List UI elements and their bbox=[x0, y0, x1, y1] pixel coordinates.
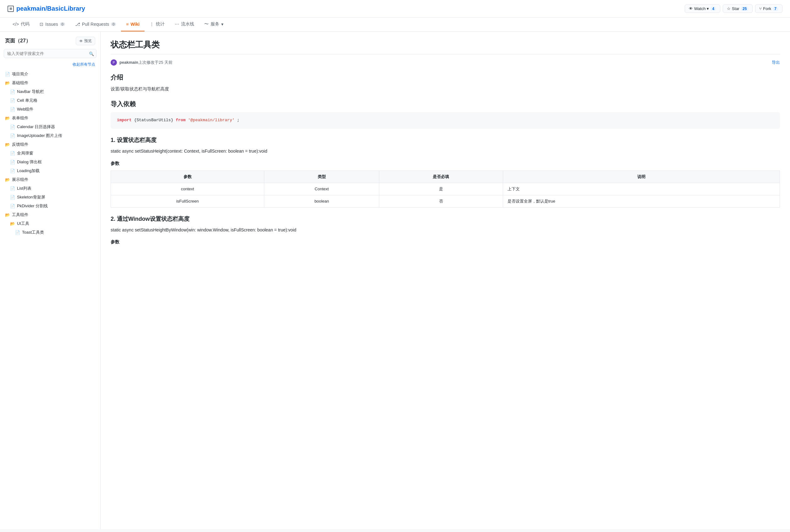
col-header-required: 是否必填 bbox=[379, 171, 503, 183]
author-name: peakmain上次修改于25 天前 bbox=[120, 60, 172, 65]
sidebar-item-loading[interactable]: 📄 Loading加载 bbox=[2, 167, 98, 175]
sidebar-item-list[interactable]: 📄 List列表 bbox=[2, 184, 98, 193]
wiki-icon: ≡ bbox=[126, 22, 129, 27]
cell-desc: 上下文 bbox=[503, 183, 779, 195]
import-code-block: import {StatusBarUtils} from '@peakmain/… bbox=[111, 112, 780, 129]
search-icon: 🔍 bbox=[89, 51, 94, 56]
pipeline-icon: ⋯ bbox=[175, 22, 179, 27]
sidebar-item-basic-components[interactable]: 📂 基础组件 bbox=[2, 78, 98, 87]
sidebar-item-display-components[interactable]: 📂 展示组件 bbox=[2, 175, 98, 184]
file-icon: 📄 bbox=[10, 107, 15, 112]
sidebar-item-form-components[interactable]: 📂 表单组件 bbox=[2, 114, 98, 122]
tab-pullrequests[interactable]: ⎇ Pull Requests 0 bbox=[70, 18, 121, 32]
file-icon: 📄 bbox=[10, 98, 15, 103]
tab-issues[interactable]: ⊡ Issues 0 bbox=[35, 18, 70, 32]
sidebar-item-navbar[interactable]: 📄 NavBar 导航栏 bbox=[2, 87, 98, 96]
tab-service[interactable]: 〜 服务 ▾ bbox=[199, 18, 228, 32]
sidebar-item-cell[interactable]: 📄 Cell 单元格 bbox=[2, 96, 98, 105]
issues-badge: 0 bbox=[60, 22, 65, 26]
star-count: 25 bbox=[741, 6, 749, 11]
sidebar-item-pkdivider[interactable]: 📄 PkDivider 分割线 bbox=[2, 202, 98, 210]
col-header-param: 参数 bbox=[111, 171, 264, 183]
watch-count: 4 bbox=[710, 6, 716, 11]
folder-icon: 📂 bbox=[5, 177, 10, 182]
star-button[interactable]: ☆ Star 25 bbox=[723, 4, 753, 13]
file-icon: 📄 bbox=[5, 72, 10, 77]
search-input[interactable] bbox=[4, 49, 96, 58]
file-icon: 📄 bbox=[15, 230, 20, 235]
folder-icon: 📂 bbox=[5, 142, 10, 147]
export-button[interactable]: 导出 bbox=[772, 60, 780, 65]
section1-params-table: 参数 类型 是否必填 说明 context Context 是 上下文 isFu… bbox=[111, 171, 780, 208]
chevron-down-icon: ▾ bbox=[221, 22, 223, 27]
collapse-all-button[interactable]: 收起所有节点 bbox=[0, 62, 100, 70]
code-class: {StatusBarUtils} bbox=[134, 118, 176, 122]
pr-icon: ⎇ bbox=[75, 22, 80, 27]
tab-wiki[interactable]: ≡ Wiki bbox=[121, 18, 145, 32]
sidebar-item-imageuploader[interactable]: 📄 ImageUploader 图片上传 bbox=[2, 131, 98, 140]
table-row: isFullScreen boolean 否 是否设置全屏，默认是true bbox=[111, 195, 780, 207]
cell-required: 是 bbox=[379, 183, 503, 195]
sidebar-item-ui-tools[interactable]: 📂 UI工具 bbox=[2, 219, 98, 228]
header-actions: 👁 Watch ▾ 4 ☆ Star 25 ⑂ Fork 7 bbox=[685, 4, 783, 13]
col-header-type: 类型 bbox=[264, 171, 379, 183]
cell-param: context bbox=[111, 183, 264, 195]
intro-heading: 介绍 bbox=[111, 73, 780, 82]
cell-type: boolean bbox=[264, 195, 379, 207]
sidebar-item-calendar[interactable]: 📄 Calendar 日历选择器 bbox=[2, 122, 98, 131]
wiki-content: 介绍 设置/获取状态栏与导航栏高度 导入依赖 import {StatusBar… bbox=[111, 73, 780, 246]
cell-required: 否 bbox=[379, 195, 503, 207]
fork-icon: ⑂ bbox=[759, 6, 762, 11]
folder-icon: 📂 bbox=[5, 116, 10, 120]
file-icon: 📄 bbox=[10, 186, 15, 191]
file-icon: 📄 bbox=[10, 160, 15, 165]
section1-signature: static async setStatusHeight(context: Co… bbox=[111, 148, 780, 154]
nav-tabs: </> 代码 ⊡ Issues 0 ⎇ Pull Requests 0 ≡ Wi… bbox=[0, 18, 790, 32]
sidebar-item-toast[interactable]: 📄 Toast工具类 bbox=[2, 228, 98, 237]
file-icon: 📄 bbox=[10, 204, 15, 209]
tab-stats[interactable]: ⋮ 统计 bbox=[145, 18, 170, 32]
main-layout: 页面（27） 👁 预览 🔍 收起所有节点 📄 项目简介 📂 基础组件 📄 bbox=[0, 32, 790, 529]
star-icon: ☆ bbox=[727, 6, 731, 11]
sidebar-item-global-modal[interactable]: 📄 全局弹窗 bbox=[2, 149, 98, 158]
preview-button[interactable]: 👁 预览 bbox=[76, 37, 95, 45]
sidebar-item-skeleton[interactable]: 📄 Skeleton骨架屏 bbox=[2, 193, 98, 202]
section1-heading: 1. 设置状态栏高度 bbox=[111, 136, 780, 144]
content-area: 状态栏工具类 P peakmain上次修改于25 天前 导出 介绍 设置/获取状… bbox=[100, 32, 790, 529]
eye-icon: 👁 bbox=[79, 39, 83, 43]
issues-icon: ⊡ bbox=[40, 22, 43, 27]
cell-type: Context bbox=[264, 183, 379, 195]
repo-name: peakmain/BasicLibrary bbox=[16, 5, 85, 12]
repo-title[interactable]: ⊞ peakmain/BasicLibrary bbox=[7, 5, 85, 12]
tab-code[interactable]: </> 代码 bbox=[7, 18, 35, 32]
fork-button[interactable]: ⑂ Fork 7 bbox=[755, 4, 783, 13]
fork-count: 7 bbox=[772, 6, 778, 11]
sidebar-item-web[interactable]: 📄 Web组件 bbox=[2, 105, 98, 114]
cell-param: isFullScreen bbox=[111, 195, 264, 207]
tab-pipeline[interactable]: ⋯ 流水线 bbox=[170, 18, 199, 32]
watch-button[interactable]: 👁 Watch ▾ 4 bbox=[685, 4, 720, 13]
sidebar-item-project-intro[interactable]: 📄 项目简介 bbox=[2, 70, 98, 78]
eye-icon: 👁 bbox=[689, 6, 693, 11]
sidebar: 页面（27） 👁 预览 🔍 收起所有节点 📄 项目简介 📂 基础组件 📄 bbox=[0, 32, 100, 529]
folder-icon: 📂 bbox=[10, 222, 15, 226]
sidebar-header: 页面（27） 👁 预览 bbox=[0, 37, 100, 49]
sidebar-nav: 📄 项目简介 📂 基础组件 📄 NavBar 导航栏 📄 Cell 单元格 📄 … bbox=[0, 70, 100, 237]
col-header-desc: 说明 bbox=[503, 171, 779, 183]
file-icon: 📄 bbox=[10, 125, 15, 129]
sidebar-item-tool-components[interactable]: 📂 工具组件 bbox=[2, 210, 98, 219]
file-icon: 📄 bbox=[10, 151, 15, 156]
table-header-row: 参数 类型 是否必填 说明 bbox=[111, 171, 780, 183]
file-icon: 📄 bbox=[10, 90, 15, 94]
file-icon: 📄 bbox=[10, 133, 15, 138]
stats-icon: ⋮ bbox=[150, 22, 154, 27]
pr-badge: 0 bbox=[111, 22, 116, 26]
sidebar-item-feedback-components[interactable]: 📂 反馈组件 bbox=[2, 140, 98, 149]
avatar: P bbox=[111, 59, 117, 65]
repo-icon: ⊞ bbox=[7, 6, 14, 12]
top-header: ⊞ peakmain/BasicLibrary 👁 Watch ▾ 4 ☆ St… bbox=[0, 0, 790, 18]
table-row: context Context 是 上下文 bbox=[111, 183, 780, 195]
section2-signature: static async setStatusHeightByWindow(win… bbox=[111, 226, 780, 233]
sidebar-item-dialog[interactable]: 📄 Dialog 弹出框 bbox=[2, 158, 98, 167]
code-path: '@peakmain/library' bbox=[188, 118, 235, 122]
